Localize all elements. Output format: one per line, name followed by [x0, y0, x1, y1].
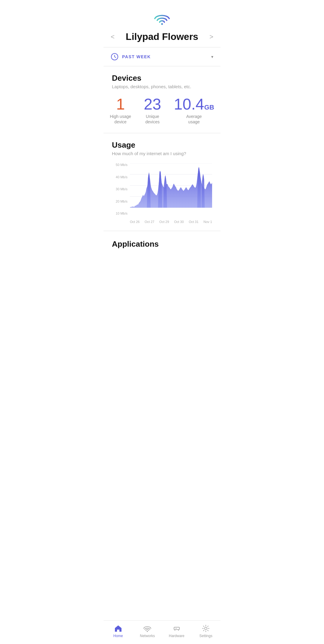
nav-label-hardware: Hardware	[169, 634, 184, 638]
nav-label-home: Home	[113, 634, 123, 638]
applications-section: Applications	[104, 231, 220, 280]
svg-point-0	[161, 23, 163, 25]
stat-unique-devices-label: Uniquedevices	[146, 114, 160, 125]
stat-high-usage-value: 1	[116, 96, 125, 112]
bottom-nav: Home Networks Hardware	[104, 620, 220, 644]
nav-label-networks: Networks	[140, 634, 155, 638]
usage-chart: 10 Mb/s 20 Mb/s 30 Mb/s 40 Mb/s 50 Mb/s	[112, 163, 212, 224]
period-label: PAST WEEK	[122, 54, 151, 59]
chart-wrap: 10 Mb/s 20 Mb/s 30 Mb/s 40 Mb/s 50 Mb/s	[112, 163, 212, 224]
wifi-header	[104, 0, 220, 28]
nav-item-networks[interactable]: Networks	[137, 624, 158, 638]
wifi-logo-icon	[154, 12, 170, 25]
usage-subtitle: How much of my internet am I using?	[112, 151, 212, 156]
stat-unique-devices-value: 23	[144, 96, 161, 112]
x-label-oct27: Oct 27	[145, 220, 154, 224]
devices-subtitle: Laptops, desktops, phones, tablets, etc.	[112, 84, 212, 89]
y-label-2: 20 Mb/s	[112, 200, 128, 203]
devices-section: Devices Laptops, desktops, phones, table…	[104, 66, 220, 89]
hardware-icon	[172, 624, 181, 633]
x-axis: Oct 26 Oct 27 Oct 29 Oct 30 Oct 31 Nov 1	[130, 219, 212, 224]
nav-item-home[interactable]: Home	[108, 624, 129, 638]
y-label-5: 50 Mb/s	[112, 163, 128, 167]
period-dropdown-arrow[interactable]: ▾	[211, 54, 213, 59]
chart-body: Oct 26 Oct 27 Oct 29 Oct 30 Oct 31 Nov 1	[130, 163, 212, 224]
y-axis: 10 Mb/s 20 Mb/s 30 Mb/s 40 Mb/s 50 Mb/s	[112, 163, 128, 224]
usage-section: Usage How much of my internet am I using…	[104, 133, 220, 224]
svg-rect-15	[176, 628, 177, 629]
x-label-nov1: Nov 1	[203, 220, 212, 224]
nav-item-settings[interactable]: Settings	[195, 624, 216, 638]
y-label-4: 40 Mb/s	[112, 176, 128, 179]
next-network-button[interactable]: >	[209, 33, 213, 41]
svg-marker-12	[202, 174, 205, 208]
x-label-oct26: Oct 26	[130, 220, 140, 224]
svg-marker-9	[158, 171, 162, 208]
settings-icon	[202, 624, 210, 633]
devices-title: Devices	[112, 74, 212, 83]
applications-title: Applications	[112, 239, 212, 249]
home-icon	[114, 624, 122, 633]
svg-marker-8	[147, 172, 151, 208]
x-label-oct30: Oct 30	[174, 220, 184, 224]
stat-average-usage-value: 10.4GB	[174, 96, 214, 112]
usage-title: Usage	[112, 140, 212, 150]
svg-point-18	[205, 627, 207, 630]
usage-chart-svg	[130, 163, 212, 219]
networks-icon	[143, 624, 152, 633]
devices-stats-row: 1 High usagedevice 23 Uniquedevices 10.4…	[104, 96, 220, 133]
clock-icon	[111, 53, 118, 61]
stat-high-usage-label: High usagedevice	[110, 114, 131, 125]
stat-high-usage: 1 High usagedevice	[110, 96, 131, 125]
svg-marker-11	[197, 167, 201, 208]
prev-network-button[interactable]: <	[111, 33, 115, 41]
network-title-row: < Lilypad Flowers >	[104, 28, 220, 47]
x-label-oct31: Oct 31	[189, 220, 198, 224]
x-label-oct29: Oct 29	[159, 220, 169, 224]
stat-average-usage-label: Averageusage	[186, 114, 202, 125]
svg-point-13	[147, 631, 148, 632]
nav-label-settings: Settings	[200, 634, 212, 638]
network-name: Lilypad Flowers	[115, 31, 209, 42]
y-label-3: 30 Mb/s	[112, 188, 128, 191]
y-label-1: 10 Mb/s	[112, 212, 128, 215]
nav-item-hardware[interactable]: Hardware	[166, 624, 187, 638]
svg-marker-10	[163, 175, 167, 208]
stat-average-usage: 10.4GB Averageusage	[174, 96, 214, 125]
stat-unique-devices: 23 Uniquedevices	[144, 96, 161, 125]
period-selector[interactable]: PAST WEEK ▾	[104, 47, 220, 66]
